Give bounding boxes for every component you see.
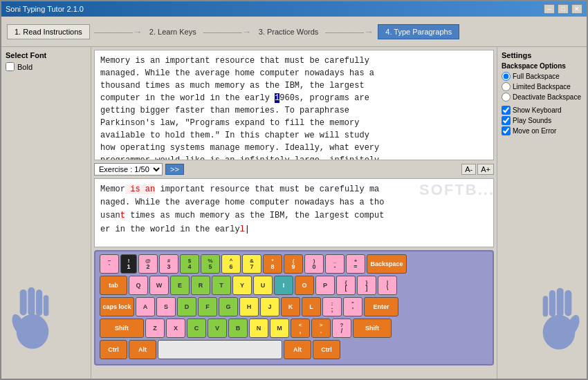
key-v[interactable]: V bbox=[208, 319, 227, 338]
svg-rect-6 bbox=[44, 295, 48, 316]
full-backspace-option[interactable]: Full Backspace bbox=[502, 72, 582, 81]
title-bar: Soni Typing Tutor 2.1.0 ─ □ ✕ bbox=[1, 1, 587, 17]
show-keyboard-option[interactable]: Show Keyboard bbox=[502, 106, 582, 115]
key-equals[interactable]: += bbox=[346, 254, 365, 274]
arrow3: ————→ bbox=[321, 26, 378, 37]
title-bar-buttons: ─ □ ✕ bbox=[544, 4, 582, 14]
key-x[interactable]: X bbox=[166, 319, 185, 338]
key-q[interactable]: Q bbox=[129, 276, 148, 295]
minimize-button[interactable]: ─ bbox=[544, 4, 555, 14]
move-on-error-option[interactable]: Move on Error bbox=[502, 126, 582, 135]
exercise-select[interactable]: Exercise : 1/50 bbox=[94, 163, 163, 175]
key-e[interactable]: E bbox=[170, 276, 190, 295]
key-lbracket[interactable]: {[ bbox=[336, 276, 356, 295]
key-rshift[interactable]: Shift bbox=[353, 319, 392, 338]
key-o[interactable]: O bbox=[295, 276, 314, 295]
key-5[interactable]: %5 bbox=[201, 254, 220, 274]
typed-rest-1: important resource that must be carefull… bbox=[155, 184, 379, 194]
key-4[interactable]: $4 bbox=[180, 254, 199, 274]
right-panel: Settings Backspace Options Full Backspac… bbox=[497, 47, 587, 380]
deactivate-backspace-radio[interactable] bbox=[502, 93, 511, 102]
key-z[interactable]: Z bbox=[145, 319, 165, 338]
svg-rect-10 bbox=[557, 288, 564, 317]
key-semicolon[interactable]: :; bbox=[322, 297, 342, 316]
key-k[interactable]: K bbox=[281, 297, 300, 316]
key-slash[interactable]: ?/ bbox=[332, 319, 351, 338]
key-lalt[interactable]: Alt bbox=[129, 340, 156, 359]
deactivate-backspace-option[interactable]: Deactivate Backspace bbox=[502, 93, 582, 102]
key-g[interactable]: G bbox=[219, 297, 238, 316]
key-s[interactable]: S bbox=[156, 297, 176, 316]
close-button[interactable]: ✕ bbox=[571, 4, 582, 14]
move-on-error-label: Move on Error bbox=[513, 127, 556, 135]
bold-checkbox[interactable]: Bold bbox=[6, 62, 33, 71]
keyboard-area: ~` !1 @2 #3 $4 %5 ^6 &7 *8 (9 )0 _- += B… bbox=[94, 250, 494, 365]
key-b[interactable]: B bbox=[228, 319, 248, 338]
key-capslock[interactable]: caps lock bbox=[100, 297, 134, 316]
key-c[interactable]: C bbox=[187, 319, 206, 338]
key-a[interactable]: A bbox=[136, 297, 155, 316]
font-increase-button[interactable]: A+ bbox=[477, 164, 494, 175]
key-n[interactable]: N bbox=[249, 319, 268, 338]
typed-correct-3: usan bbox=[100, 211, 120, 220]
maximize-button[interactable]: □ bbox=[558, 4, 569, 14]
key-f[interactable]: F bbox=[198, 297, 217, 316]
typed-correct-1: Memor bbox=[100, 184, 125, 194]
font-decrease-button[interactable]: A- bbox=[461, 164, 476, 175]
step1-button[interactable]: 1. Read Instructions bbox=[7, 24, 90, 39]
key-u[interactable]: U bbox=[253, 276, 273, 295]
key-0[interactable]: )0 bbox=[304, 254, 324, 274]
key-i[interactable]: I bbox=[274, 276, 293, 295]
full-backspace-radio[interactable] bbox=[502, 72, 511, 81]
key-lshift[interactable]: Shift bbox=[100, 319, 144, 338]
key-p[interactable]: P bbox=[315, 276, 335, 295]
limited-backspace-option[interactable]: Limited Backspace bbox=[502, 82, 582, 91]
key-r[interactable]: R bbox=[191, 276, 210, 295]
key-ralt[interactable]: Alt bbox=[284, 340, 311, 359]
key-8[interactable]: *8 bbox=[263, 254, 282, 274]
key-3[interactable]: #3 bbox=[159, 254, 178, 274]
key-y[interactable]: Y bbox=[232, 276, 252, 295]
step4-button[interactable]: 4. Type Paragraphs bbox=[378, 24, 459, 39]
key-2[interactable]: @2 bbox=[138, 254, 158, 274]
exercise-next-button[interactable]: >> bbox=[165, 164, 184, 175]
typing-area[interactable]: Memor is an important resource that must… bbox=[94, 178, 494, 247]
key-minus[interactable]: _- bbox=[325, 254, 344, 274]
key-comma[interactable]: <, bbox=[291, 319, 310, 338]
step-bar: 1. Read Instructions ————→ 2. Learn Keys… bbox=[1, 17, 587, 47]
key-quote[interactable]: "' bbox=[343, 297, 362, 316]
key-7[interactable]: &7 bbox=[242, 254, 261, 274]
key-d[interactable]: D bbox=[177, 297, 196, 316]
key-enter[interactable]: Enter bbox=[364, 297, 398, 316]
play-sounds-option[interactable]: Play Sounds bbox=[502, 116, 582, 125]
play-sounds-checkbox[interactable] bbox=[502, 116, 511, 125]
right-hand-svg bbox=[535, 283, 583, 352]
step2-label: 2. Learn Keys bbox=[147, 28, 199, 36]
svg-rect-8 bbox=[543, 296, 549, 316]
key-space[interactable] bbox=[158, 340, 282, 359]
key-1[interactable]: !1 bbox=[120, 254, 137, 274]
step3-label: 3. Practice Words bbox=[256, 28, 322, 36]
key-j[interactable]: J bbox=[260, 297, 279, 316]
show-keyboard-checkbox[interactable] bbox=[502, 106, 511, 115]
key-6[interactable]: ^6 bbox=[221, 254, 241, 274]
reading-text: Memory is an important resource that mus… bbox=[100, 56, 379, 160]
keyboard-row-3: caps lock A S D F G H J K L :; "' Enter bbox=[100, 297, 488, 316]
key-backtick[interactable]: ~` bbox=[100, 254, 119, 274]
key-rctrl[interactable]: Ctrl bbox=[313, 340, 340, 359]
key-t[interactable]: T bbox=[212, 276, 231, 295]
bold-checkbox-input[interactable] bbox=[6, 62, 15, 71]
key-backslash[interactable]: |\ bbox=[378, 276, 397, 295]
key-rbracket[interactable]: }] bbox=[357, 276, 376, 295]
key-w[interactable]: W bbox=[149, 276, 169, 295]
key-h[interactable]: H bbox=[239, 297, 259, 316]
key-period[interactable]: >. bbox=[311, 319, 331, 338]
key-lctrl[interactable]: Ctrl bbox=[100, 340, 127, 359]
key-tab[interactable]: tab bbox=[100, 276, 127, 295]
limited-backspace-radio[interactable] bbox=[502, 82, 511, 91]
key-l[interactable]: L bbox=[302, 297, 321, 316]
key-backspace[interactable]: Backspace bbox=[367, 254, 407, 274]
move-on-error-checkbox[interactable] bbox=[502, 126, 511, 135]
key-9[interactable]: (9 bbox=[284, 254, 303, 274]
key-m[interactable]: M bbox=[270, 319, 289, 338]
